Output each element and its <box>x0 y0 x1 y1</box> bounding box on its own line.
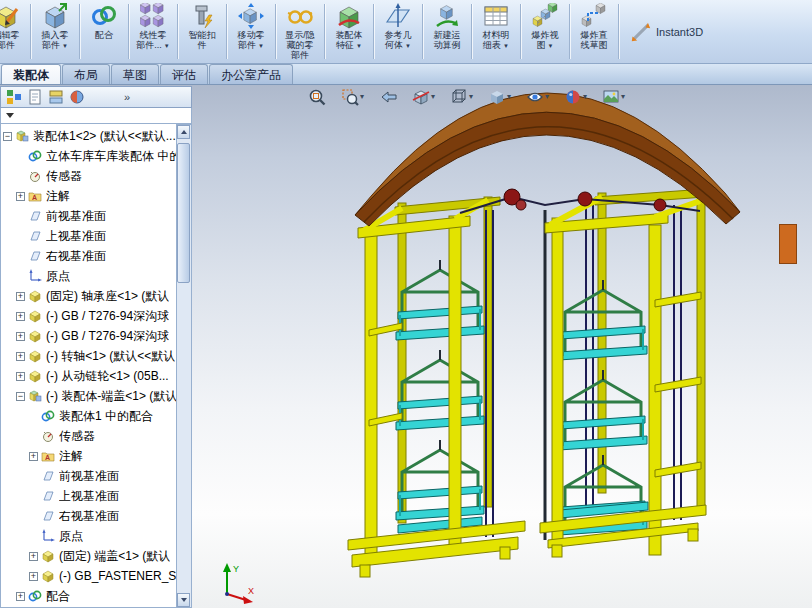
tree-expander[interactable]: + <box>16 352 25 361</box>
dropdown-arrow-icon[interactable]: ▼ <box>62 43 68 49</box>
tree-expander[interactable]: + <box>16 192 25 201</box>
dropdown-arrow-icon[interactable]: ▾ <box>431 93 435 101</box>
edit-appearance-button[interactable]: ▾ <box>564 88 587 106</box>
tree-item[interactable]: 立体车库车库装配体 中的配合 <box>1 146 176 166</box>
scrollbar-down-button[interactable] <box>177 593 190 607</box>
tree-item[interactable]: +(固定) 端盖<1> (默认 <box>1 546 176 566</box>
tab-layout[interactable]: 布局 <box>62 64 110 84</box>
panel-overflow-chevron[interactable]: » <box>124 91 130 103</box>
tab-office-products[interactable]: 办公室产品 <box>209 64 293 84</box>
tree-expander[interactable]: + <box>29 552 38 561</box>
tree-item[interactable]: +A注解 <box>1 446 176 466</box>
scrollbar-up-button[interactable] <box>177 125 190 139</box>
tree-item[interactable]: 装配体1 中的配合 <box>1 406 176 426</box>
tree-expander[interactable]: + <box>16 332 25 341</box>
tree-item[interactable]: −装配体1<2> (默认<<默认... <box>1 126 176 146</box>
tab-evaluate[interactable]: 评估 <box>160 64 208 84</box>
tree-item[interactable]: +(-) GB_FASTENER_S... <box>1 566 176 586</box>
assembly-features-button[interactable]: 装配体特征▼ <box>327 0 371 63</box>
tree-item[interactable]: 右视基准面 <box>1 246 176 266</box>
show-hidden-components-button[interactable]: 显示/隐藏的零部件 <box>278 0 322 63</box>
bill-of-materials-button[interactable]: 材料明细表▼ <box>474 0 518 63</box>
smart-fasteners-button[interactable]: 智能扣件 <box>180 0 224 63</box>
dropdown-arrow-icon[interactable]: ▾ <box>621 93 625 101</box>
reference-geometry-button[interactable]: 参考几何体▼ <box>376 0 420 63</box>
instant3d-button[interactable]: Instant3D <box>621 0 713 63</box>
tree-expander[interactable]: − <box>3 132 12 141</box>
new-motion-study-button[interactable]: 新建运动算例 <box>425 0 469 63</box>
annotations-icon: A <box>28 189 43 203</box>
edit-component-button[interactable]: 编辑零部件 <box>0 0 28 63</box>
zoom-fit-button[interactable] <box>308 88 326 106</box>
tree-expander[interactable]: − <box>16 392 25 401</box>
exploded-view-button[interactable]: 爆炸视图▼ <box>523 0 567 63</box>
linear-component-pattern-button[interactable]: 线性零部件...▼ <box>131 0 175 63</box>
tree-expander[interactable]: + <box>16 372 25 381</box>
part-icon <box>41 549 56 563</box>
edit-component-icon <box>0 3 19 29</box>
mates-group-icon <box>28 589 43 603</box>
tree-item[interactable]: +A注解 <box>1 186 176 206</box>
dropdown-arrow-icon[interactable]: ▾ <box>507 93 511 101</box>
dropdown-arrow-icon[interactable]: ▼ <box>405 43 411 49</box>
hide-show-items-button[interactable]: ▾ <box>526 88 549 106</box>
move-component-button[interactable]: 移动零部件▼ <box>229 0 273 63</box>
tree-item[interactable]: 传感器 <box>1 166 176 186</box>
tree-item[interactable]: +(-) GB / T276-94深沟球 <box>1 306 176 326</box>
tree-expander[interactable]: + <box>16 312 25 321</box>
view-orientation-button[interactable]: ▾ <box>450 88 473 106</box>
dropdown-arrow-icon[interactable]: ▾ <box>360 93 364 101</box>
dropdown-arrow-icon[interactable]: ▾ <box>545 93 549 101</box>
dropdown-arrow-icon[interactable]: ▾ <box>469 93 473 101</box>
tree-expander[interactable]: + <box>16 592 25 601</box>
explode-line-sketch-button[interactable]: 爆炸直线草图 <box>572 0 616 63</box>
property-manager-tab[interactable] <box>27 89 43 105</box>
tree-item[interactable]: 前视基准面 <box>1 466 176 486</box>
tree-expander[interactable]: + <box>16 292 25 301</box>
dropdown-arrow-icon[interactable]: ▾ <box>583 93 587 101</box>
tree-item[interactable]: +(-) GB / T276-94深沟球 <box>1 326 176 346</box>
tree-item[interactable]: 传感器 <box>1 426 176 446</box>
tab-assembly[interactable]: 装配体 <box>1 64 61 84</box>
mate-button[interactable]: 配合 <box>82 0 126 63</box>
tab-sketch[interactable]: 草图 <box>111 64 159 84</box>
section-view-button[interactable]: ▾ <box>412 88 435 106</box>
tree-expander[interactable]: + <box>29 452 38 461</box>
tree-item[interactable]: 前视基准面 <box>1 206 176 226</box>
tree-flyout-bar[interactable] <box>0 108 192 124</box>
tree-scrollbar[interactable] <box>177 124 192 608</box>
exploded-view-icon <box>532 3 558 29</box>
toolbar-separator <box>128 4 129 59</box>
command-tabs: 装配体布局草图评估办公室产品 <box>0 64 812 85</box>
tree-item[interactable]: +(-) 转轴<1> (默认<<默认 <box>1 346 176 366</box>
bill-of-materials-icon <box>483 3 509 29</box>
scrollbar-thumb[interactable] <box>177 143 190 283</box>
tree-item[interactable]: 上视基准面 <box>1 226 176 246</box>
dropdown-arrow-icon[interactable]: ▼ <box>258 43 264 49</box>
display-manager-tab[interactable] <box>69 89 85 105</box>
toolbar-separator <box>226 4 227 59</box>
toolbar-separator <box>324 4 325 59</box>
toolbar-separator <box>520 4 521 59</box>
tree-item[interactable]: +(固定) 轴承座<1> (默认 <box>1 286 176 306</box>
tree-item[interactable]: −(-) 装配体-端盖<1> (默认 <box>1 386 176 406</box>
tree-item[interactable]: +配合 <box>1 586 176 606</box>
feature-manager-tab[interactable] <box>6 89 22 105</box>
tree-item[interactable]: 原点 <box>1 266 176 286</box>
dropdown-arrow-icon[interactable]: ▼ <box>503 43 509 49</box>
tree-item[interactable]: 上视基准面 <box>1 486 176 506</box>
previous-view-button[interactable] <box>379 88 397 106</box>
tree-item[interactable]: 原点 <box>1 526 176 546</box>
toolbar-separator <box>30 4 31 59</box>
tree-expander[interactable]: + <box>29 572 38 581</box>
tree-item[interactable]: +(-) 从动链轮<1> (05B... <box>1 366 176 386</box>
display-style-button[interactable]: ▾ <box>488 88 511 106</box>
configuration-manager-tab[interactable] <box>48 89 64 105</box>
tree-item[interactable]: 右视基准面 <box>1 506 176 526</box>
dropdown-arrow-icon[interactable]: ▼ <box>164 43 170 49</box>
zoom-area-button[interactable]: ▾ <box>341 88 364 106</box>
dropdown-arrow-icon[interactable]: ▼ <box>548 43 554 49</box>
insert-components-button[interactable]: 插入零部件▼ <box>33 0 77 63</box>
dropdown-arrow-icon[interactable]: ▼ <box>356 43 362 49</box>
apply-scene-button[interactable]: ▾ <box>602 88 625 106</box>
